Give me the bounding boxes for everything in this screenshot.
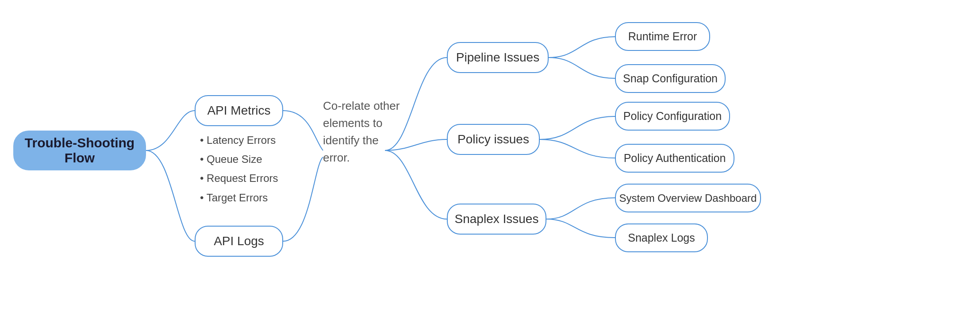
pipeline-issues-label: Pipeline Issues	[456, 50, 539, 65]
annotation-line4: error.	[323, 151, 350, 164]
main-node-label: Trouble-Shooting Flow	[14, 135, 145, 166]
annotation-line2: elements to	[323, 116, 382, 130]
runtime-error-label: Runtime Error	[628, 30, 697, 43]
policy-configuration-node: Policy Configuration	[615, 102, 730, 131]
policy-issues-label: Policy issues	[457, 132, 529, 146]
snaplex-logs-label: Snaplex Logs	[628, 231, 695, 244]
pipeline-issues-node: Pipeline Issues	[447, 42, 549, 73]
system-overview-node: System Overview Dashboard	[615, 184, 761, 212]
annotation-text: Co-relate other elements to identify the…	[323, 97, 400, 166]
policy-authentication-label: Policy Authentication	[624, 152, 726, 165]
policy-configuration-label: Policy Configuration	[623, 110, 722, 123]
snaplex-issues-node: Snaplex Issues	[447, 204, 546, 235]
main-node: Trouble-Shooting Flow	[13, 131, 146, 170]
api-metrics-bullets: Latency Errors Queue Size Request Errors…	[200, 131, 278, 207]
api-logs-node: API Logs	[195, 226, 283, 257]
snaplex-issues-label: Snaplex Issues	[455, 212, 539, 226]
api-metrics-label: API Metrics	[207, 104, 270, 118]
system-overview-label: System Overview Dashboard	[619, 192, 757, 204]
bullet-target: Target Errors	[200, 188, 278, 207]
bullet-latency: Latency Errors	[200, 131, 278, 150]
annotation-line1: Co-relate other	[323, 99, 400, 112]
api-logs-label: API Logs	[214, 234, 264, 248]
annotation-line3: identify the	[323, 134, 379, 147]
snap-configuration-node: Snap Configuration	[615, 64, 726, 93]
bullet-request: Request Errors	[200, 169, 278, 188]
snaplex-logs-node: Snaplex Logs	[615, 223, 708, 252]
runtime-error-node: Runtime Error	[615, 22, 710, 51]
snap-configuration-label: Snap Configuration	[623, 72, 718, 85]
api-metrics-node: API Metrics	[195, 95, 283, 126]
policy-authentication-node: Policy Authentication	[615, 144, 734, 173]
bullet-queue: Queue Size	[200, 150, 278, 169]
policy-issues-node: Policy issues	[447, 124, 540, 155]
